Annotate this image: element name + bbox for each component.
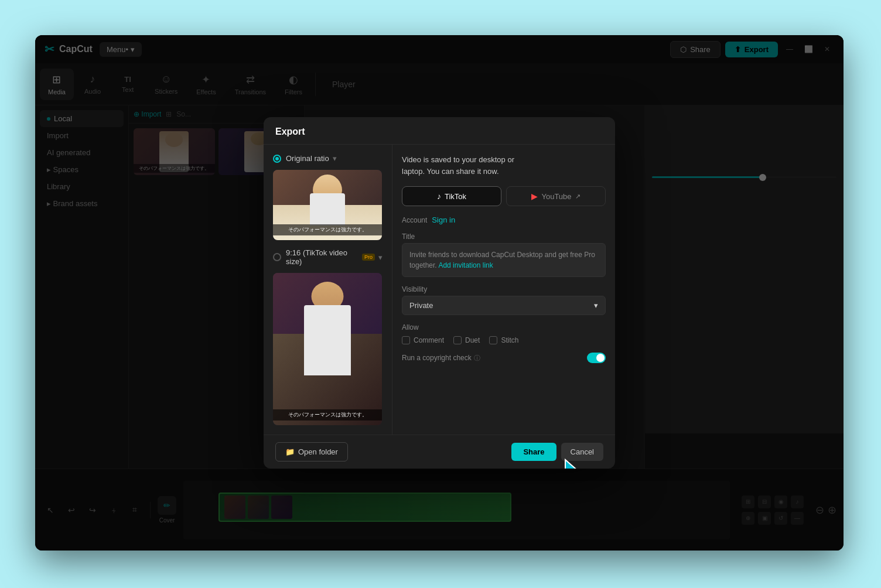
ratio-option-tiktok[interactable]: 9:16 (TikTok video size) Pro ▾: [273, 248, 383, 266]
copyright-toggle[interactable]: [587, 353, 606, 363]
svg-marker-0: [565, 460, 588, 469]
modal-overlay: Export Original ratio ▾: [35, 35, 844, 551]
preview-subtitle-2: そのパフォーマンスは強力です。: [273, 409, 382, 421]
export-modal: Export Original ratio ▾: [264, 117, 615, 469]
tiktok-tab[interactable]: ♪ TikTok: [402, 186, 501, 206]
title-label: Title: [402, 233, 606, 241]
youtube-icon: ▶: [531, 192, 538, 201]
open-folder-button[interactable]: 📁 Open folder: [275, 442, 348, 461]
preview-bg-tiktok: そのパフォーマンスは強力です。: [273, 273, 382, 425]
comment-label: Comment: [414, 336, 444, 344]
ratio-dropdown-icon: ▾: [333, 154, 337, 163]
comment-checkbox[interactable]: [402, 336, 410, 344]
visibility-chevron-icon: ▾: [594, 301, 598, 310]
sign-in-link[interactable]: Sign in: [432, 216, 455, 224]
account-label: Account: [402, 216, 427, 224]
account-section: Account Sign in: [402, 216, 606, 224]
allow-label: Allow: [402, 323, 606, 331]
saved-message: Video is saved to your desktop orlaptop.…: [402, 154, 606, 177]
duet-checkbox[interactable]: [453, 336, 462, 344]
modal-left: Original ratio ▾ そのパフォーマンスは強力です。: [264, 145, 392, 435]
modal-share-button[interactable]: Share: [511, 443, 556, 461]
external-link-icon: ↗: [575, 193, 580, 200]
modal-body: Original ratio ▾ そのパフォーマンスは強力です。: [264, 145, 615, 435]
pro-badge-tiktok: Pro: [362, 254, 375, 261]
folder-icon: 📁: [285, 447, 295, 456]
share-tabs: ♪ TikTok ▶ YouTube ↗: [402, 186, 606, 206]
copyright-row: Run a copyright check ⓘ: [402, 353, 606, 363]
allow-comment[interactable]: Comment: [402, 336, 444, 344]
stitch-label: Stitch: [501, 336, 518, 344]
allow-stitch[interactable]: Stitch: [489, 336, 518, 344]
title-row: Title Invite friends to download CapCut …: [402, 233, 606, 277]
ratio-option-original[interactable]: Original ratio ▾: [273, 154, 383, 163]
modal-right: Video is saved to your desktop orlaptop.…: [392, 145, 615, 435]
cursor-arrow-svg: [562, 457, 597, 469]
modal-header: Export: [264, 117, 615, 145]
preview-bg-original: そのパフォーマンスは強力です。: [273, 170, 382, 240]
stitch-checkbox[interactable]: [489, 336, 497, 344]
allow-options: Comment Duet Stitch: [402, 336, 606, 344]
modal-share-label: Share: [523, 447, 544, 456]
tiktok-tab-label: TikTok: [445, 192, 466, 201]
copyright-label: Run a copyright check ⓘ: [402, 354, 480, 363]
visibility-value: Private: [409, 301, 433, 310]
youtube-tab[interactable]: ▶ YouTube ↗: [506, 186, 606, 206]
preview-original: そのパフォーマンスは強力です。: [273, 170, 382, 240]
youtube-tab-label: YouTube: [541, 192, 571, 201]
ratio-tiktok-label: 9:16 (TikTok video size) Pro ▾: [286, 248, 383, 266]
tiktok-icon: ♪: [437, 192, 441, 201]
add-invitation-link[interactable]: Add invitation link: [438, 261, 493, 269]
allow-section: Allow Comment Duet: [402, 323, 606, 344]
modal-title: Export: [275, 127, 305, 136]
copyright-label-text: Run a copyright check: [402, 354, 472, 362]
title-input[interactable]: Invite friends to download CapCut Deskto…: [402, 243, 606, 277]
copyright-info-icon: ⓘ: [474, 354, 480, 363]
modal-cancel-label: Cancel: [571, 447, 594, 456]
ratio-original-label: Original ratio ▾: [286, 154, 337, 163]
radio-tiktok[interactable]: [273, 253, 281, 261]
visibility-row: Visibility Private ▾: [402, 285, 606, 315]
visibility-label: Visibility: [402, 285, 606, 293]
visibility-select[interactable]: Private ▾: [402, 296, 606, 315]
preview-tiktok: そのパフォーマンスは強力です。: [273, 273, 382, 425]
open-folder-label: Open folder: [298, 447, 338, 456]
preview-subtitle-1: そのパフォーマンスは強力です。: [273, 224, 382, 235]
duet-label: Duet: [465, 336, 480, 344]
radio-original[interactable]: [273, 155, 281, 163]
allow-duet[interactable]: Duet: [453, 336, 480, 344]
app-window: ✂ CapCut Menu• ▾ ⬡ Share ⬆ Export — ⬜ ✕ …: [35, 35, 844, 551]
tiktok-chevron-icon: ▾: [378, 253, 383, 262]
toggle-thumb: [596, 354, 605, 362]
